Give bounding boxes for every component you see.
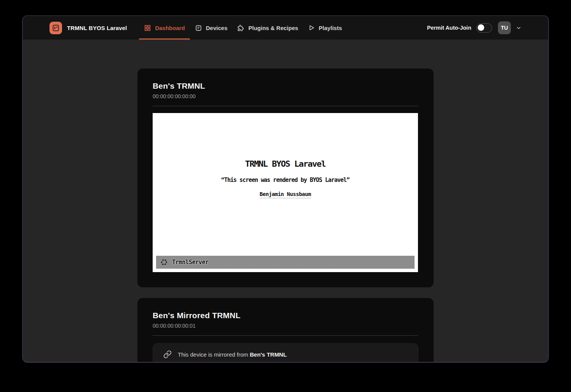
mirror-notice: This device is mirrored from Ben's TRMNL [153,343,418,362]
brand-title: TRMNL BYOS Laravel [67,25,127,31]
main-content: Ben's TRMNL 00:00:00:00:00:00 TRMNL BYOS… [23,40,548,362]
permit-auto-join-toggle[interactable] [476,23,492,33]
spinner-icon [160,258,168,266]
nav-items: Dashboard Devices Plug [139,16,347,40]
trmnl-logo-icon [49,22,62,34]
user-avatar[interactable]: TU [498,21,511,34]
permit-auto-join-label: Permit Auto-Join [427,25,471,31]
app-window: TRMNL BYOS Laravel Dashboard [22,15,549,363]
nav-item-label: Devices [206,25,228,31]
brand[interactable]: TRMNL BYOS Laravel [49,16,127,40]
screen-content: TRMNL BYOS Laravel “This screen was rend… [153,159,418,198]
play-icon [308,24,315,31]
puzzle-icon [237,24,244,32]
device-name: Ben's Mirrored TRMNL [153,311,418,320]
nav-item-label: Playlists [319,25,342,31]
nav-item-label: Dashboard [155,25,185,31]
mirror-source-name: Ben's TRMNL [250,351,287,358]
divider [153,106,418,106]
divider [153,335,418,336]
screen-title: TRMNL BYOS Laravel [245,159,325,169]
device-card: Ben's TRMNL 00:00:00:00:00:00 TRMNL BYOS… [137,69,434,287]
nav-right: Permit Auto-Join TU [427,16,522,40]
screen-status-label: TrmnlServer [172,259,209,266]
nav-item-devices[interactable]: Devices [190,16,233,40]
nav-item-playlists[interactable]: Playlists [303,16,347,40]
toggle-knob [478,24,484,31]
nav-item-plugins-recipes[interactable]: Plugins & Recipes [232,16,303,40]
device-screen-preview: TRMNL BYOS Laravel “This screen was rend… [153,113,418,272]
nav-item-label: Plugins & Recipes [248,25,298,31]
device-card: Ben's Mirrored TRMNL 00:00:00:00:00:01 T… [137,298,434,362]
screen-status-bar: TrmnlServer [156,256,415,269]
mirror-notice-text: This device is mirrored from Ben's TRMNL [178,351,287,358]
dashboard-grid-icon [144,24,151,32]
device-mac: 00:00:00:00:00:01 [153,323,418,329]
screen-author: Benjamin Nussbaum [260,191,311,198]
device-name: Ben's TRMNL [153,81,418,91]
screen-quote: “This screen was rendered by BYOS Larave… [221,177,349,183]
top-nav: TRMNL BYOS Laravel Dashboard [23,16,548,40]
link-icon [163,350,172,359]
nav-item-dashboard[interactable]: Dashboard [139,16,190,40]
device-mac: 00:00:00:00:00:00 [153,93,418,99]
devices-icon [195,24,202,32]
chevron-down-icon[interactable] [516,25,522,31]
